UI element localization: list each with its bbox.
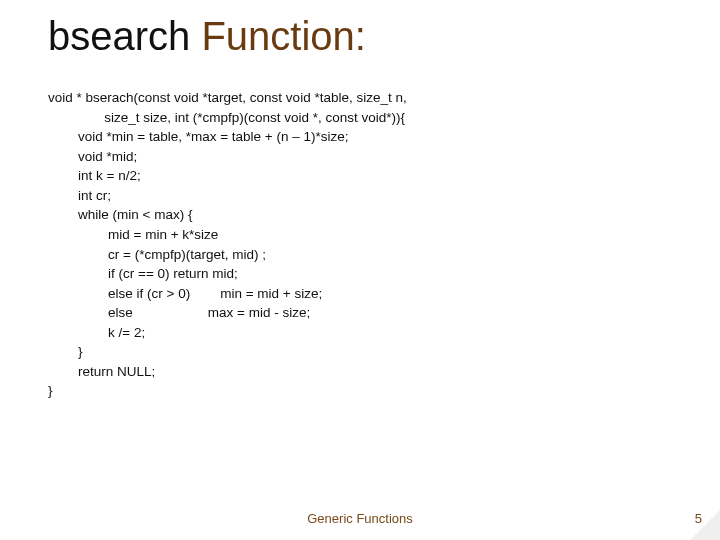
- code-line: void *mid;: [48, 149, 137, 164]
- code-line: int k = n/2;: [48, 168, 141, 183]
- code-line: else if (cr > 0) min = mid + size;: [48, 286, 322, 301]
- code-line: }: [48, 383, 53, 398]
- code-line: cr = (*cmpfp)(target, mid) ;: [48, 247, 266, 262]
- code-line: void *min = table, *max = table + (n – 1…: [48, 129, 349, 144]
- slide: bsearch Function: void * bserach(const v…: [0, 0, 720, 540]
- title-part-1: bsearch: [48, 14, 201, 58]
- code-line: mid = min + k*size: [48, 227, 218, 242]
- code-line: else max = mid - size;: [48, 305, 310, 320]
- code-line: int cr;: [48, 188, 111, 203]
- code-line: k /= 2;: [48, 325, 145, 340]
- code-line: void * bserach(const void *target, const…: [48, 90, 407, 105]
- code-line: return NULL;: [48, 364, 155, 379]
- code-block: void * bserach(const void *target, const…: [48, 88, 680, 401]
- code-line: }: [48, 344, 83, 359]
- code-line: size_t size, int (*cmpfp)(const void *, …: [48, 110, 405, 125]
- code-line: while (min < max) {: [48, 207, 192, 222]
- title-part-2: Function:: [201, 14, 366, 58]
- slide-title: bsearch Function:: [48, 14, 366, 59]
- code-line: if (cr == 0) return mid;: [48, 266, 238, 281]
- footer-label: Generic Functions: [0, 511, 720, 526]
- page-corner-fold: [690, 510, 720, 540]
